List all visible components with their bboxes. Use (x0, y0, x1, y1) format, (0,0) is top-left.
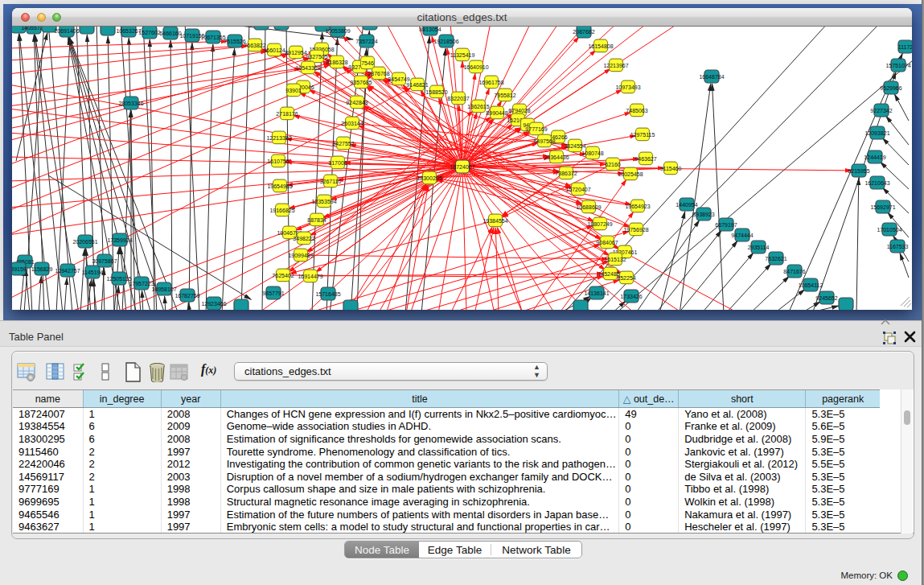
svg-text:10025458: 10025458 (618, 171, 643, 177)
svg-text:14136141: 14136141 (584, 290, 609, 296)
svg-text:7357224: 7357224 (355, 39, 377, 44)
svg-text:6679197: 6679197 (715, 222, 737, 228)
svg-text:9529966: 9529966 (880, 85, 901, 91)
svg-text:28053346: 28053346 (118, 101, 143, 106)
svg-text:10973493: 10973493 (615, 84, 640, 90)
svg-text:16154808: 16154808 (588, 43, 613, 49)
svg-text:9357685: 9357685 (350, 80, 372, 85)
svg-text:16914479: 16914479 (298, 274, 322, 279)
svg-text:1588520: 1588520 (425, 89, 447, 95)
svg-text:7546: 7546 (361, 60, 374, 66)
svg-text:18300295: 18300295 (417, 175, 441, 181)
svg-text:252254: 252254 (617, 275, 635, 281)
svg-text:10653267: 10653267 (116, 28, 141, 34)
svg-text:9660124: 9660124 (263, 47, 285, 53)
svg-text:19166825: 19166825 (269, 208, 294, 213)
svg-text:1145194: 1145194 (82, 270, 104, 275)
svg-text:1362615: 1362615 (467, 104, 489, 109)
svg-text:12213382: 12213382 (266, 135, 291, 141)
svg-text:20691406: 20691406 (54, 28, 79, 34)
svg-text:2876768: 2876768 (368, 71, 389, 76)
svg-text:1440954: 1440954 (676, 202, 697, 208)
svg-text:12093821: 12093821 (864, 130, 889, 136)
svg-text:19654985: 19654985 (267, 183, 292, 189)
svg-text:8427552: 8427552 (332, 141, 354, 146)
svg-text:9227342: 9227342 (870, 108, 892, 113)
svg-text:12353594: 12353594 (311, 199, 336, 204)
svg-text:9777169: 9777169 (525, 126, 547, 132)
svg-text:20206551: 20206551 (72, 239, 97, 245)
svg-text:93901: 93901 (285, 88, 302, 93)
svg-text:9327505: 9327505 (306, 54, 327, 60)
svg-text:9146821: 9146821 (406, 82, 428, 88)
svg-text:7955812: 7955812 (494, 93, 515, 98)
svg-text:39159: 39159 (12, 266, 27, 272)
svg-text:12942757: 12942757 (55, 268, 80, 274)
svg-text:16640910: 16640910 (463, 64, 488, 70)
svg-text:8215955: 8215955 (848, 168, 869, 174)
svg-text:10671355: 10671355 (200, 35, 225, 40)
svg-text:7625402: 7625402 (272, 273, 294, 278)
svg-text:8454749: 8454749 (388, 76, 409, 82)
svg-text:10654112: 10654112 (799, 282, 823, 288)
svg-text:9242848: 9242848 (346, 100, 368, 105)
svg-text:19654923: 19654923 (625, 204, 650, 209)
svg-text:19756928: 19756928 (623, 227, 648, 233)
svg-text:17957223: 17957223 (129, 281, 154, 286)
svg-text:1733426: 1733426 (620, 294, 642, 299)
svg-text:887834: 887834 (307, 217, 326, 223)
svg-text:1527602: 1527602 (138, 30, 160, 35)
svg-text:7632621: 7632621 (765, 256, 786, 262)
svg-text:12505135: 12505135 (106, 276, 131, 282)
svg-text:9115460: 9115460 (660, 166, 682, 171)
svg-text:8186328: 8186328 (326, 60, 347, 65)
svg-text:7386372: 7386372 (555, 171, 577, 176)
svg-text:11172: 11172 (898, 44, 912, 50)
svg-text:16648784: 16648784 (699, 74, 724, 80)
svg-text:10688609: 10688609 (576, 204, 601, 210)
svg-text:17359924: 17359924 (107, 237, 132, 243)
svg-text:15751074: 15751074 (885, 63, 910, 68)
svg-text:9084067: 9084067 (596, 240, 618, 245)
svg-text:9245652: 9245652 (815, 295, 837, 301)
svg-text:7485063: 7485063 (626, 108, 647, 113)
svg-text:7515526: 7515526 (224, 39, 245, 44)
svg-text:2603144: 2603144 (341, 121, 363, 126)
svg-text:16961758: 16961758 (478, 80, 503, 85)
svg-text:10053809: 10053809 (325, 28, 350, 34)
svg-text:19099489: 19099489 (288, 253, 313, 258)
svg-text:9857791: 9857791 (262, 290, 284, 296)
svg-text:1156829: 1156829 (31, 266, 53, 272)
svg-text:1167533: 1167533 (887, 244, 909, 249)
svg-text:3824554: 3824554 (564, 143, 585, 149)
svg-text:19218506: 19218506 (433, 39, 458, 44)
svg-text:3498222: 3498222 (293, 236, 314, 241)
svg-text:3267110: 3267110 (320, 179, 342, 184)
svg-text:6466160: 6466160 (159, 31, 181, 36)
svg-text:1610755: 1610755 (267, 159, 289, 164)
svg-text:8912954: 8912954 (285, 50, 306, 56)
svg-text:8938923: 8938923 (692, 212, 714, 217)
svg-text:2935114: 2935114 (748, 245, 770, 250)
svg-text:12213967: 12213967 (603, 63, 628, 68)
svg-text:11325419: 11325419 (450, 52, 475, 58)
svg-text:16782759: 16782759 (175, 293, 199, 299)
svg-text:19384554: 19384554 (483, 218, 507, 224)
svg-text:12923466: 12923466 (201, 301, 226, 307)
svg-text:2718176: 2718176 (276, 111, 298, 117)
svg-text:18807249: 18807249 (587, 221, 612, 227)
svg-text:10958107: 10958107 (151, 286, 176, 292)
svg-text:1615132: 1615132 (604, 257, 626, 262)
svg-text:20364436: 20364436 (544, 154, 569, 160)
svg-text:16210643: 16210643 (864, 180, 889, 186)
svg-text:15716485: 15716485 (315, 291, 340, 297)
svg-text:10543362: 10543362 (295, 65, 320, 71)
svg-text:6497568: 6497568 (533, 138, 555, 144)
svg-text:1244419: 1244419 (864, 154, 885, 160)
svg-text:12975115: 12975115 (630, 132, 655, 138)
svg-text:18724007: 18724007 (450, 164, 474, 170)
svg-text:9463627: 9463627 (634, 156, 656, 162)
svg-text:2087682: 2087682 (573, 29, 594, 35)
svg-text:6794028: 6794028 (508, 108, 530, 113)
svg-text:8990448: 8990448 (486, 110, 507, 116)
